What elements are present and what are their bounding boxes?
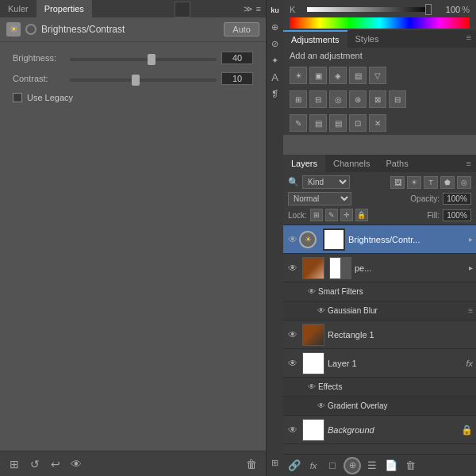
adj-icon-posterize[interactable]: ▤ (309, 114, 327, 132)
adj-icon-invert[interactable]: ✎ (290, 114, 307, 132)
vtool-paragraph[interactable]: ❡ (268, 86, 282, 101)
k-row: K 100 % (290, 5, 470, 14)
link-icon[interactable]: 🔗 (286, 458, 302, 474)
auto-button[interactable]: Auto (224, 22, 259, 36)
layer-pe-expand[interactable]: ▸ (469, 263, 473, 272)
eye-background[interactable]: 👁 (286, 424, 299, 436)
contrast-track[interactable] (70, 79, 217, 82)
k-slider[interactable] (307, 7, 432, 12)
filter-pixel[interactable]: 🖼 (390, 176, 405, 189)
adj-icon-gradient[interactable]: ⊡ (349, 114, 367, 132)
panel-close-icon[interactable]: ≡ (256, 4, 261, 14)
vtool-star[interactable]: ✦ (268, 53, 282, 67)
toolbar-undo-icon[interactable]: ↩ (48, 456, 63, 472)
color-k-section: K 100 % (283, 0, 476, 30)
eye-rectangle[interactable]: 👁 (286, 328, 299, 341)
lock-all[interactable]: 🔒 (355, 209, 368, 221)
brightness-track[interactable] (70, 58, 217, 61)
lock-checkerboard[interactable]: ⊞ (310, 209, 323, 221)
vtool-add[interactable]: ⊕ (268, 20, 282, 34)
eye-gradient[interactable]: 👁 (315, 400, 328, 413)
adj-icon-mixer[interactable]: ⊠ (369, 90, 386, 108)
tab-layers[interactable]: Layers (283, 155, 325, 172)
toolbar-visibility-icon[interactable]: 👁 (68, 456, 84, 472)
adj-icon-brightness[interactable]: ☀ (290, 67, 307, 84)
layer-row-effects[interactable]: 👁 Effects (283, 378, 476, 397)
kind-select[interactable]: Kind (302, 175, 350, 189)
fx-icon[interactable]: fx (305, 458, 321, 474)
eye-effects[interactable]: 👁 (305, 381, 318, 393)
eye-brightness[interactable]: 👁 (286, 233, 299, 246)
mask-icon[interactable]: □ (324, 458, 340, 474)
delete-layer-icon[interactable]: 🗑 (402, 458, 418, 474)
layer-row-layer1[interactable]: 👁 Layer 1 fx (283, 349, 476, 378)
fill-input[interactable] (443, 209, 471, 221)
layer-row-smartfilters[interactable]: 👁 Smart Filters (283, 282, 476, 301)
tab-paths[interactable]: Paths (378, 155, 416, 172)
vtool-ku[interactable]: ku (268, 3, 282, 17)
toolbar-delete-icon[interactable]: 🗑 (244, 456, 259, 472)
tab-kuler[interactable]: Kuler (0, 0, 36, 17)
adj-icon-levels[interactable]: ▣ (309, 67, 327, 84)
k-thumb[interactable] (425, 4, 432, 15)
contrast-input[interactable]: 10 (221, 72, 253, 85)
filter-type[interactable]: T (424, 176, 438, 189)
lock-move[interactable]: ✛ (340, 209, 353, 221)
adj-icon-exposure[interactable]: ▤ (349, 67, 367, 84)
layer-thumb-brightness (323, 228, 345, 251)
new-layer-icon[interactable]: 📄 (383, 458, 399, 474)
adj-icon-bw[interactable]: ◎ (329, 90, 347, 108)
brightness-thumb[interactable] (148, 54, 155, 65)
layer-row-gradient[interactable]: 👁 Gradient Overlay (283, 397, 476, 416)
layer-row-brightness[interactable]: 👁 ☀ Brightness/Contr... ▸ (283, 225, 476, 254)
layer-name-gaussianblur: Gaussian Blur (328, 306, 468, 315)
layer-row-rectangle[interactable]: 👁 Rectangle 1 (283, 321, 476, 349)
filter-adjustment[interactable]: ☀ (407, 176, 421, 189)
adj-panel-menu[interactable]: ≡ (462, 30, 476, 48)
contrast-thumb[interactable] (132, 75, 140, 86)
adj-icon-hsl[interactable]: ⊞ (290, 90, 307, 108)
blend-row: Normal Opacity: (288, 192, 471, 205)
filter-shape[interactable]: ⬟ (440, 176, 455, 189)
properties-content: Brightness: 40 Contrast: 10 Use Legacy (0, 42, 266, 112)
blend-mode-select[interactable]: Normal (288, 192, 351, 205)
layer-expand-btn[interactable]: ▸ (469, 235, 473, 244)
eye-smartfilters[interactable]: 👁 (305, 286, 318, 298)
lock-paint[interactable]: ✎ (325, 209, 338, 221)
layer-row-background[interactable]: 👁 Background 🔒 (283, 416, 476, 444)
new-group-icon[interactable]: ☰ (364, 458, 380, 474)
tab-channels[interactable]: Channels (325, 155, 378, 172)
left-tab-bar: Kuler Properties ≫ ≡ (0, 0, 266, 17)
blur-settings-icon[interactable]: ≡ (468, 306, 473, 315)
layers-panel-menu[interactable]: ≡ (462, 156, 476, 171)
adj-icon-colorbalance[interactable]: ⊟ (309, 90, 327, 108)
brightness-input[interactable]: 40 (221, 52, 253, 64)
vtool-remove[interactable]: ⊘ (268, 36, 282, 51)
vtool-grid[interactable]: ⊞ (268, 455, 282, 470)
vtool-type[interactable]: A (268, 70, 282, 84)
adj-icon-curves[interactable]: ◈ (329, 67, 347, 84)
eye-gaussianblur[interactable]: 👁 (315, 305, 328, 317)
tab-adjustments[interactable]: Adjustments (283, 30, 347, 48)
layer-thumb-rectangle (302, 324, 324, 346)
new-fill-icon[interactable]: ⊕ (344, 457, 361, 474)
filter-smart[interactable]: ◎ (457, 176, 471, 189)
adj-icon-color[interactable]: ⊟ (389, 90, 406, 108)
panel-menu-icon[interactable]: ≫ (244, 4, 253, 14)
tab-properties[interactable]: Properties (36, 0, 92, 17)
layer-row-gaussianblur[interactable]: 👁 Gaussian Blur ≡ (283, 301, 476, 321)
adj-icon-photofilter[interactable]: ⊛ (349, 90, 367, 108)
eye-pe[interactable]: 👁 (286, 262, 299, 274)
opacity-input[interactable] (443, 193, 471, 205)
layer-row-pe[interactable]: 👁 pe... ▸ (283, 254, 476, 282)
layers-panel: Layers Channels Paths ≡ 🔍 Kind 🖼 ☀ T ⬟ ◎ (283, 155, 476, 476)
adj-icon-threshold[interactable]: ▤ (329, 114, 347, 132)
layer-name-effects: Effects (318, 382, 473, 391)
use-legacy-checkbox[interactable] (13, 93, 22, 102)
tab-styles[interactable]: Styles (347, 30, 387, 48)
toolbar-new-icon[interactable]: ⊞ (6, 456, 22, 472)
adj-icon-selective[interactable]: ✕ (369, 114, 386, 132)
toolbar-reset-icon[interactable]: ↺ (27, 456, 43, 472)
adj-icon-vibrance[interactable]: ▽ (369, 67, 386, 84)
eye-layer1[interactable]: 👁 (286, 357, 299, 370)
